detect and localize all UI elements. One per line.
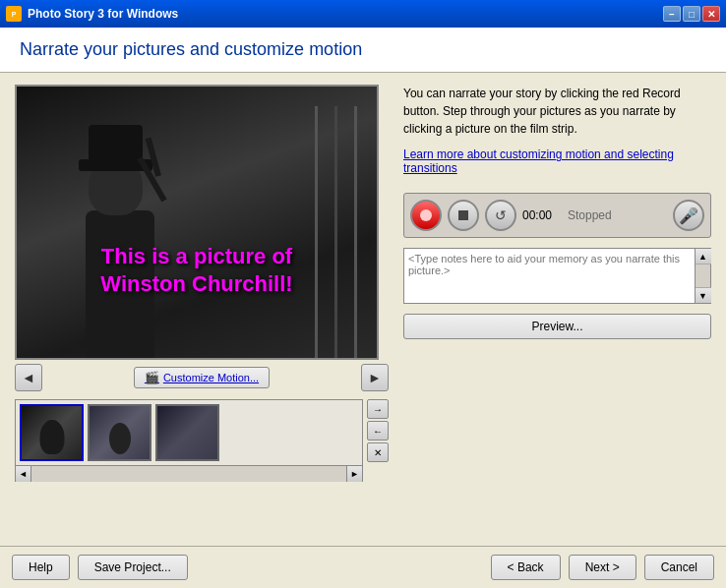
maximize-button[interactable]: □ bbox=[683, 6, 700, 22]
image-nav-controls: ◄ 🎬 Customize Motion... ► bbox=[15, 364, 389, 391]
photo-overlay-text: This is a picture of Winston Churchill! bbox=[17, 243, 377, 299]
learn-more-link[interactable]: Learn more about customizing motion and … bbox=[403, 147, 711, 175]
back-button[interactable]: < Back bbox=[491, 555, 561, 580]
preview-button[interactable]: Preview... bbox=[403, 314, 711, 339]
filmstrip-thumb-2[interactable] bbox=[88, 404, 151, 461]
bottom-bar: Help Save Project... < Back Next > Cance… bbox=[0, 546, 726, 588]
title-bar: P Photo Story 3 for Windows − □ ✕ bbox=[0, 0, 726, 28]
filmstrip-remove-button[interactable]: ✕ bbox=[367, 442, 389, 462]
filmstrip-scroll-track[interactable] bbox=[31, 466, 346, 482]
page-title: Narrate your pictures and customize moti… bbox=[20, 39, 706, 60]
svg-text:P: P bbox=[12, 11, 17, 18]
notes-container: ▲ ▼ bbox=[403, 248, 711, 304]
filmstrip bbox=[15, 399, 363, 466]
rewind-icon: ↺ bbox=[495, 207, 507, 223]
window-controls: − □ ✕ bbox=[663, 6, 720, 22]
record-dot-icon bbox=[420, 209, 432, 221]
stop-icon bbox=[458, 210, 468, 220]
time-display: 00:00 bbox=[522, 208, 562, 222]
save-project-button[interactable]: Save Project... bbox=[78, 555, 188, 580]
window-title: Photo Story 3 for Windows bbox=[28, 7, 657, 21]
filmstrip-forward-button[interactable]: → bbox=[367, 399, 389, 419]
microphone-icon: 🎤 bbox=[679, 206, 698, 225]
photo-background: This is a picture of Winston Churchill! bbox=[17, 87, 377, 358]
notes-scrollbar: ▲ ▼ bbox=[695, 249, 710, 303]
stop-button[interactable] bbox=[448, 200, 479, 231]
notes-scroll-up[interactable]: ▲ bbox=[696, 249, 711, 265]
filmstrip-back-button[interactable]: ← bbox=[367, 421, 389, 441]
filmstrip-thumb-3[interactable] bbox=[155, 404, 219, 461]
next-button[interactable]: Next > bbox=[569, 555, 636, 580]
page-header: Narrate your pictures and customize moti… bbox=[0, 28, 726, 73]
filmstrip-area: ◄ ► → ← ✕ bbox=[15, 399, 389, 482]
notes-scroll-down[interactable]: ▼ bbox=[696, 287, 711, 303]
record-button[interactable] bbox=[410, 200, 442, 231]
right-panel: You can narrate your story by clicking t… bbox=[403, 85, 711, 534]
prev-image-button[interactable]: ◄ bbox=[15, 364, 42, 391]
filmstrip-scroll-left[interactable]: ◄ bbox=[16, 466, 31, 482]
minimize-button[interactable]: − bbox=[663, 6, 681, 22]
filmstrip-thumb-1[interactable] bbox=[20, 404, 84, 461]
app-icon: P bbox=[6, 6, 22, 22]
image-panel: This is a picture of Winston Churchill! … bbox=[15, 85, 389, 534]
microphone-button[interactable]: 🎤 bbox=[673, 200, 704, 231]
status-display: Stopped bbox=[568, 208, 612, 222]
next-image-button[interactable]: ► bbox=[361, 364, 389, 391]
close-button[interactable]: ✕ bbox=[702, 6, 720, 22]
filmstrip-side-controls: → ← ✕ bbox=[367, 399, 389, 482]
customize-icon: 🎬 bbox=[145, 371, 159, 384]
filmstrip-scrollbar: ◄ ► bbox=[15, 466, 363, 482]
help-button[interactable]: Help bbox=[12, 555, 70, 580]
cancel-button[interactable]: Cancel bbox=[644, 555, 714, 580]
window-body: Narrate your pictures and customize moti… bbox=[0, 28, 726, 588]
notes-textarea[interactable] bbox=[404, 249, 695, 303]
rewind-button[interactable]: ↺ bbox=[485, 200, 516, 231]
filmstrip-scroll-right[interactable]: ► bbox=[346, 466, 362, 482]
info-paragraph: You can narrate your story by clicking t… bbox=[403, 85, 711, 138]
content-area: This is a picture of Winston Churchill! … bbox=[0, 73, 726, 546]
image-viewer: This is a picture of Winston Churchill! bbox=[15, 85, 379, 360]
audio-controls: ↺ 00:00 Stopped 🎤 bbox=[403, 193, 711, 238]
customize-motion-button[interactable]: 🎬 Customize Motion... bbox=[134, 367, 270, 388]
